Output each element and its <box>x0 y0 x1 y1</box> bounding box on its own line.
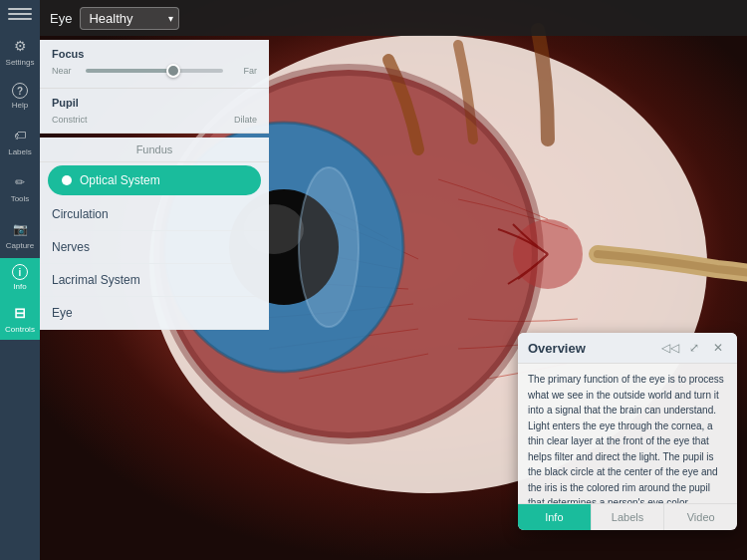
list-item-circulation[interactable]: Circulation <box>40 198 269 231</box>
list-item-lacrimal[interactable]: Lacrimal System <box>40 264 269 297</box>
overview-panel: Overview ◁◁ ⤢ ✕ The primary function of … <box>518 333 737 530</box>
list-item-nerves-label: Nerves <box>52 240 90 254</box>
sidebar-item-settings[interactable]: ⚙ Settings <box>0 28 40 75</box>
list-item-nerves[interactable]: Nerves <box>40 231 269 264</box>
anatomy-list: Fundus Optical System Circulation Nerves… <box>40 138 269 330</box>
list-item-circulation-label: Circulation <box>52 207 109 221</box>
top-bar: Eye Healthy Diseased Aging ▾ <box>40 0 747 36</box>
focus-far-label: Far <box>229 66 257 76</box>
labels-icon: 🏷 <box>10 126 30 145</box>
top-bar-eye-label: Eye <box>50 11 72 26</box>
sidebar-item-labels[interactable]: 🏷 Labels <box>0 118 40 164</box>
overview-actions: ◁◁ ⤢ ✕ <box>661 339 727 357</box>
rewind-button[interactable]: ◁◁ <box>661 339 679 357</box>
focus-label: Focus <box>52 48 257 60</box>
overview-content: The primary function of the eye is to pr… <box>518 364 737 503</box>
expand-button[interactable]: ⤢ <box>685 339 703 357</box>
tools-icon: ✏ <box>10 172 30 192</box>
list-item-dot-optical <box>62 175 72 185</box>
sidebar-item-capture[interactable]: 📷 Capture <box>0 211 40 258</box>
svg-point-6 <box>299 167 359 327</box>
pupil-dilate-label: Dilate <box>234 115 257 125</box>
sidebar-help-label: Help <box>12 101 28 110</box>
focus-slider-container: Near Far <box>52 66 257 76</box>
list-item-lacrimal-label: Lacrimal System <box>52 273 140 287</box>
controls-icon: ⊟ <box>10 303 30 323</box>
close-button[interactable]: ✕ <box>709 339 727 357</box>
tab-info[interactable]: Info <box>518 504 592 530</box>
focus-slider[interactable] <box>86 69 223 73</box>
sidebar-item-tools[interactable]: ✏ Tools <box>0 164 40 211</box>
info-icon: i <box>12 264 28 280</box>
tab-video[interactable]: Video <box>664 504 737 530</box>
list-item-optical-label: Optical System <box>80 173 160 187</box>
pupil-control-section: Pupil Constrict Dilate <box>40 89 269 134</box>
overview-tabs: Info Labels Video <box>518 503 737 530</box>
sidebar: ⚙ Settings ? Help 🏷 Labels ✏ Tools 📷 Cap… <box>0 0 40 560</box>
list-item-eye[interactable]: Eye <box>40 297 269 330</box>
left-panel: Focus Near Far Pupil Constrict Dilate Fu… <box>40 36 269 560</box>
help-icon: ? <box>12 83 28 99</box>
condition-select[interactable]: Healthy Diseased Aging <box>80 7 179 30</box>
sidebar-capture-label: Capture <box>6 241 34 250</box>
settings-icon: ⚙ <box>10 36 30 56</box>
tab-labels[interactable]: Labels <box>592 504 665 530</box>
list-header: Fundus <box>40 138 269 162</box>
pupil-buttons: Constrict Dilate <box>52 115 257 125</box>
menu-button[interactable] <box>0 0 40 28</box>
pupil-label: Pupil <box>52 97 257 109</box>
overview-header: Overview ◁◁ ⤢ ✕ <box>518 333 737 364</box>
sidebar-item-help[interactable]: ? Help <box>0 75 40 118</box>
sidebar-labels-label: Labels <box>8 147 32 156</box>
capture-icon: 📷 <box>10 219 30 239</box>
list-item-eye-label: Eye <box>52 306 73 320</box>
sidebar-item-info[interactable]: i Info <box>0 258 40 297</box>
focus-control-section: Focus Near Far <box>40 40 269 89</box>
sidebar-tools-label: Tools <box>11 194 30 203</box>
sidebar-item-controls[interactable]: ⊟ Controls <box>0 297 40 340</box>
sidebar-controls-label: Controls <box>5 325 35 334</box>
condition-select-wrapper[interactable]: Healthy Diseased Aging ▾ <box>80 7 179 30</box>
sidebar-info-label: Info <box>13 282 26 291</box>
overview-text: The primary function of the eye is to pr… <box>528 372 727 503</box>
overview-title: Overview <box>528 341 586 356</box>
pupil-constrict-label: Constrict <box>52 115 88 125</box>
focus-near-label: Near <box>52 66 80 76</box>
sidebar-settings-label: Settings <box>6 58 35 67</box>
list-item-optical[interactable]: Optical System <box>48 165 261 195</box>
